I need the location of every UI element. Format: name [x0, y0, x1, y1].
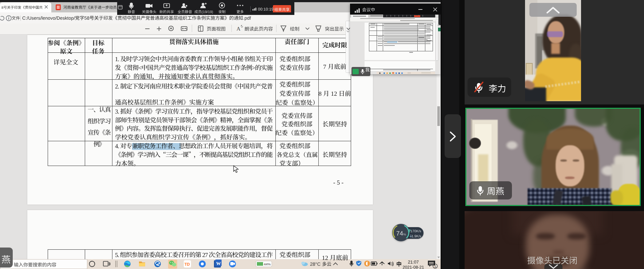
- svg-text:TD: TD: [184, 262, 190, 266]
- svg-text:1: 1: [434, 265, 436, 268]
- svg-text:44%: 44%: [264, 262, 271, 266]
- svg-text:A: A: [236, 26, 240, 32]
- svg-text:W: W: [216, 261, 221, 266]
